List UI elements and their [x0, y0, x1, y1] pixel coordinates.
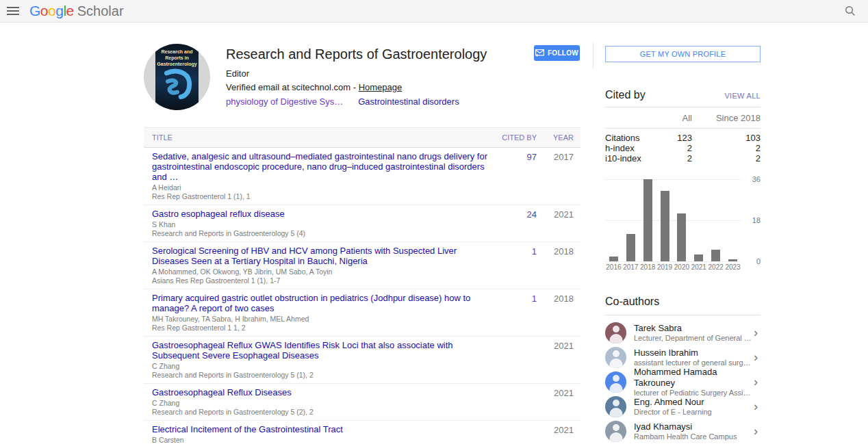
coauthor-name[interactable]: Iyad Khamaysi: [634, 421, 751, 432]
logo-letter: o: [40, 3, 48, 19]
stats-row-citations: Citations 123 103: [605, 133, 761, 143]
logo-letter: o: [48, 3, 55, 19]
stat-value-all: 2: [651, 143, 692, 153]
interest-tag[interactable]: physiology of Digestive Sys…: [226, 96, 343, 107]
cited-by-count[interactable]: 24: [489, 209, 537, 237]
chevron-right-icon[interactable]: ›: [754, 400, 758, 414]
stat-label[interactable]: Citations: [605, 133, 651, 143]
chart-bar-2022[interactable]: [711, 250, 720, 261]
chart-x-label: 2021: [690, 263, 707, 271]
scholar-profile-page: G o o g l e Scholar Research and Reports…: [0, 0, 868, 444]
logo-scholar-text: Scholar: [77, 3, 124, 19]
coauthor-affiliation: Rambam Health Care Campus: [634, 432, 751, 441]
cited-by-count[interactable]: [489, 340, 537, 379]
paper-authors: B Carsten: [152, 436, 489, 444]
chart-x-label: 2020: [674, 263, 691, 271]
chart-bar-2020[interactable]: [677, 213, 686, 261]
cited-by-heading: Cited by: [605, 89, 646, 101]
paper-venue: Res Rep Gastroenterol 1 (1), 1: [152, 193, 489, 200]
chevron-right-icon[interactable]: ›: [754, 375, 758, 389]
profile-avatar[interactable]: Research and Reports in Gastroenterology: [144, 44, 210, 110]
paper-year: 2017: [537, 151, 580, 200]
paper-title-link[interactable]: Gastroesophageal Reflux Diseases: [152, 387, 489, 397]
paper-title-link[interactable]: Gastroesophageal Reflux GWAS Identifies …: [152, 340, 489, 361]
paper-title-link[interactable]: Electrical Incitement of the Gastrointes…: [152, 424, 489, 434]
cited-by-count[interactable]: 1: [489, 246, 537, 285]
coauthor-item[interactable]: Eng. Ahmed Nour Director of E - Learning…: [605, 394, 761, 419]
chart-bar-2019[interactable]: [661, 191, 669, 261]
profile-name: Research and Reports of Gastroenterology: [226, 45, 487, 63]
cover-text: Reports in: [165, 55, 189, 61]
paper-year: 2018: [537, 293, 580, 332]
cited-by-count[interactable]: 97: [489, 151, 537, 200]
table-row: Sedative, analgesic and ultrasound–media…: [144, 148, 580, 205]
paper-title-link[interactable]: Primary acquired gastric outlet obstruct…: [152, 293, 489, 313]
chevron-right-icon[interactable]: ›: [754, 424, 758, 439]
table-row: Gastro esophageal reflux disease S Khan …: [144, 205, 580, 242]
coauthor-name[interactable]: Eng. Ahmed Nour: [634, 397, 751, 408]
coauthor-avatar: [605, 371, 626, 393]
paper-title-link[interactable]: Gastro esophageal reflux disease: [152, 209, 489, 219]
menu-icon[interactable]: [7, 7, 19, 15]
table-row: Electrical Incitement of the Gastrointes…: [144, 421, 580, 444]
paper-authors: C Zhang: [152, 400, 489, 407]
chevron-right-icon[interactable]: ›: [754, 326, 758, 340]
cited-by-count[interactable]: [489, 424, 537, 444]
table-header-row: TITLE CITED BY YEAR: [144, 127, 580, 148]
divider: [605, 315, 761, 315]
column-header-title[interactable]: TITLE: [144, 133, 489, 142]
stats-column-since: Since 2018: [692, 113, 761, 123]
paper-authors: A Heidari: [152, 184, 489, 192]
chart-bar-2017[interactable]: [626, 234, 635, 261]
coauthor-item[interactable]: Mohammed Hamada Takrouney lecturer of Pe…: [605, 369, 761, 394]
stat-label[interactable]: h-index: [605, 143, 651, 153]
paper-authors: C Zhang: [152, 363, 489, 370]
y-axis-tick: 36: [741, 175, 761, 183]
paper-title-link[interactable]: Serological Screening of HBV and HCV amo…: [152, 246, 489, 266]
search-icon[interactable]: [845, 5, 856, 16]
google-scholar-logo[interactable]: G o o g l e Scholar: [29, 3, 124, 19]
paper-venue: Research and Reports in Gastroenterology…: [152, 371, 489, 379]
follow-button[interactable]: FOLLOW: [534, 45, 580, 61]
paper-authors: A Mohammed, OK Okwong, YB Jibrin, UM Sab…: [152, 268, 489, 276]
stats-row-h-index: h-index 2 2: [605, 143, 761, 153]
coauthor-name[interactable]: Tarek Sabra: [634, 323, 751, 334]
stats-column-all: All: [651, 113, 692, 123]
chart-bar-2021[interactable]: [694, 254, 703, 261]
column-header-cited-by[interactable]: CITED BY: [489, 133, 537, 142]
paper-year: 2021: [537, 209, 580, 237]
cited-by-count[interactable]: [489, 387, 537, 416]
intestine-illustration: [159, 68, 195, 104]
interest-tag[interactable]: Gastrointestinal disorders: [358, 96, 459, 107]
envelope-plus-icon: [535, 49, 544, 57]
coauthors-heading: Co-authors: [605, 296, 761, 308]
chart-bars: [605, 179, 741, 261]
coauthors-panel: Co-authors Tarek Sabra Lecturer, Departm…: [605, 296, 761, 443]
paper-year: 2018: [537, 246, 580, 285]
profile-info: Research and Reports of Gastroenterology…: [226, 44, 487, 110]
coauthor-item[interactable]: Iyad Khamaysi Rambam Health Care Campus …: [605, 419, 761, 443]
homepage-link[interactable]: Homepage: [359, 82, 403, 92]
cited-by-count[interactable]: 1: [489, 293, 537, 332]
coauthor-avatar: [605, 322, 626, 343]
chart-bar-2016[interactable]: [609, 257, 618, 261]
verified-email-text: Verified email at scitechnol.com -: [226, 82, 359, 92]
table-row: Gastroesophageal Reflux GWAS Identifies …: [144, 337, 580, 384]
coauthor-name[interactable]: Hussein Ibrahim: [634, 348, 751, 358]
paper-title-link[interactable]: Sedative, analgesic and ultrasound–media…: [152, 151, 489, 182]
coauthor-name[interactable]: Mohammed Hamada Takrouney: [634, 367, 751, 389]
get-my-own-profile-button[interactable]: GET MY OWN PROFILE: [605, 46, 761, 62]
table-row: Serological Screening of HBV and HCV amo…: [144, 242, 580, 289]
stat-label[interactable]: i10-index: [605, 153, 651, 164]
column-header-year[interactable]: YEAR: [537, 133, 580, 142]
coauthor-avatar: [605, 396, 626, 417]
chart-bar-2018[interactable]: [643, 179, 652, 261]
stat-value-all: 123: [651, 133, 692, 143]
logo-letter: G: [29, 3, 40, 19]
view-all-link[interactable]: VIEW ALL: [724, 92, 761, 100]
chart-bar-2023[interactable]: [728, 259, 737, 261]
chevron-right-icon[interactable]: ›: [754, 350, 758, 365]
coauthor-item[interactable]: Tarek Sabra Lecturer, Department of Gene…: [605, 320, 761, 345]
cited-by-panel: Cited by VIEW ALL All Since 2018 Citatio…: [605, 89, 761, 164]
verified-email: Verified email at scitechnol.com - Homep…: [226, 82, 487, 92]
